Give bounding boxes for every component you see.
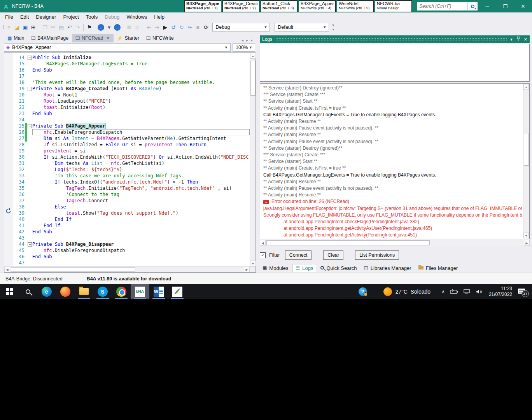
scrollbar-thumb[interactable] [250,61,256,96]
skype-app[interactable]: S [93,284,112,299]
log-filter-output-box[interactable] [260,44,530,82]
menu-edit[interactable]: Edit [17,14,32,20]
restore-button[interactable]: ❐ [496,0,514,12]
back-history-dropdown-icon[interactable]: ▾ [105,23,113,32]
scroll-down-icon[interactable]: ▼ [250,261,256,266]
designer-app[interactable] [168,284,187,299]
scrollbar-thumb[interactable] [266,240,430,245]
code-line-16[interactable]: 16End Sub [13,67,250,73]
filter-checkbox[interactable]: ✓ [260,252,266,258]
scroll-right-icon[interactable]: ▶ [244,267,250,272]
code-line-45[interactable]: 45 nfc.DisableForegroundDispatch [13,247,250,254]
code-line-20[interactable]: 20 Root = Root1 [13,92,250,98]
code-line-34[interactable]: 34 If techs.IndexOf("android.nfc.tech.Nd… [13,179,250,185]
toolbar-grip[interactable]: ⁞ [3,24,4,30]
save-all-icon[interactable]: ⊞ [29,23,37,32]
tab-scroll-left-icon[interactable]: ◂ [242,38,243,42]
scroll-down-icon[interactable]: ▼ [523,233,529,238]
code-line-33[interactable]: 33 'in this case we are only accessing N… [13,173,250,179]
taskbar-search-button[interactable] [19,284,37,299]
quick-tab-B4XPage_Created[interactable]: B4XPage_CreatedNFCRead (ctrl + 2) [222,0,259,12]
build-mode-dropdown[interactable]: Debug▼ [212,23,270,32]
run-icon[interactable]: ▶ [161,23,169,32]
panel-drag-handle[interactable] [275,38,507,41]
scroll-up-icon[interactable]: ▲ [523,84,529,90]
tab-scroll-right-icon[interactable]: ▸ [246,38,248,42]
code-line-18[interactable]: 18'This event will be called once, befor… [13,79,250,86]
logs-horizontal-scrollbar[interactable]: ◀ ▶ [260,240,530,246]
code-line-38[interactable]: 38 Else [13,204,250,210]
scrollbar-thumb[interactable] [524,133,529,166]
scroll-left-icon[interactable]: ◀ [4,267,10,272]
code-line-25[interactable]: 25Private Sub B4XPage_Appear [13,123,250,129]
code-line-44[interactable]: 44Private Sub B4XPage_Disappear [13,241,250,247]
new-file-icon[interactable]: ✧ [5,23,13,32]
tool-tab-files-manager[interactable]: Files Manager [416,264,460,272]
clock-widget[interactable]: 11:2321/07/2022 [486,284,515,299]
quick-tab-WriteNdef[interactable]: WriteNdefNFCWrite (ctrl + 5) [337,0,374,12]
list-permissions-button[interactable]: List Permissions [355,250,399,260]
code-line-17[interactable]: 17 [13,73,250,79]
scrollbar-thumb[interactable] [11,267,135,272]
show-hidden-icons-button[interactable]: ∧ [439,284,448,299]
tool-tab-logs[interactable]: ☰Logs [292,264,316,272]
explorer-app[interactable] [75,284,93,299]
tool-tab-modules[interactable]: ▦Modules [260,264,291,272]
logs-panel-header[interactable]: Logs ▾ ✕ [260,35,530,43]
quick-tab-Button1_Click[interactable]: Button1_ClickNFCRead (ctrl + 3) [261,0,298,12]
tool-tab-quick-search[interactable]: Quick Search [318,264,359,272]
code-line-21[interactable]: 21 Root.LoadLayout("NFCRE") [13,98,250,104]
battery-icon[interactable] [448,284,461,299]
code-line-29[interactable]: 29 prevIntent = si [13,148,250,154]
close-tab-icon[interactable]: ✕ [106,36,110,41]
navigate-back-icon[interactable]: ← [97,23,105,32]
code-line-14[interactable]: 14Public Sub Initialize [13,54,250,61]
close-button[interactable]: ✕ [514,0,532,12]
code-line-40[interactable]: 40 End If [13,216,250,222]
code-line-32[interactable]: 32 Log($"Techs: ${techs}"$) [13,166,250,173]
zoom-dropdown[interactable]: 100% ▼ [233,43,255,52]
code-line-43[interactable]: 43 [13,235,250,241]
step-into-icon[interactable]: ↺ [169,23,177,32]
code-line-47[interactable]: 47 [13,260,250,266]
chrome-app[interactable] [112,284,131,299]
code-line-15[interactable]: 15 'B4XPages.GetManager.LogEvents = True [13,61,250,67]
firefox-app[interactable] [56,284,75,299]
logs-vertical-scrollbar[interactable]: ▲ ▼ [523,84,529,238]
collapse-region-icon[interactable] [27,123,32,129]
minimize-button[interactable]: ─ [478,0,496,12]
start-button[interactable] [0,284,19,299]
code-line-27[interactable]: 27 Dim si As Intent = B4XPages.GetNative… [13,135,250,142]
code-line-35[interactable]: 35 TagTech.Initialize("TagTech", "androi… [13,185,250,191]
menu-windows[interactable]: Windows [123,14,151,20]
code-line-37[interactable]: 37 TagTech.Connect [13,198,250,204]
tab-main[interactable]: ▦Main [4,34,28,42]
code-line-42[interactable]: 42End Sub [13,229,250,235]
undo-icon[interactable]: ↶ [65,23,74,32]
menu-file[interactable]: File [2,14,17,20]
code-line-36[interactable]: 36 'Connect to the tag [13,191,250,198]
b4a-app[interactable]: B4A [131,284,149,299]
code-line-22[interactable]: 22 toast.Initialize(Root) [13,104,250,110]
editor-vertical-scrollbar[interactable]: ▲ ▼ [250,53,256,266]
connect-button[interactable]: Connect [285,250,312,260]
navigate-forward-icon[interactable]: → [113,23,121,32]
code-line-46[interactable]: 46End Sub [13,254,250,260]
menu-tools[interactable]: Tools [82,14,101,20]
save-icon[interactable]: ▣ [21,23,29,32]
code-line-30[interactable]: 30 If si.Action.EndsWith("TECH_DISCOVERE… [13,154,250,160]
search-box[interactable] [417,2,478,10]
search-button[interactable] [467,2,478,10]
build-config-dropdown[interactable]: Default▼ [275,23,329,32]
code-text-area[interactable]: 14Public Sub Initialize15 'B4XPages.GetM… [13,53,250,266]
step-out-icon[interactable]: ↪ [186,23,194,32]
scroll-up-icon[interactable]: ▲ [250,53,256,59]
log-output-list[interactable]: ** Service (starter) Destroy (ignored)**… [260,83,530,239]
clear-button[interactable]: Clear [323,250,343,260]
panel-menu-icon[interactable]: ▾ [510,37,513,42]
tab-nfcwrite[interactable]: ❏NFCWrite [143,34,177,42]
close-panel-icon[interactable]: ✕ [524,37,527,42]
edge-app[interactable]: e [37,284,56,299]
code-line-19[interactable]: 19Private Sub B4XPage_Created (Root1 As … [13,86,250,92]
member-dropdown[interactable]: ◈ B4XPage_Appear ▼ [4,43,231,52]
